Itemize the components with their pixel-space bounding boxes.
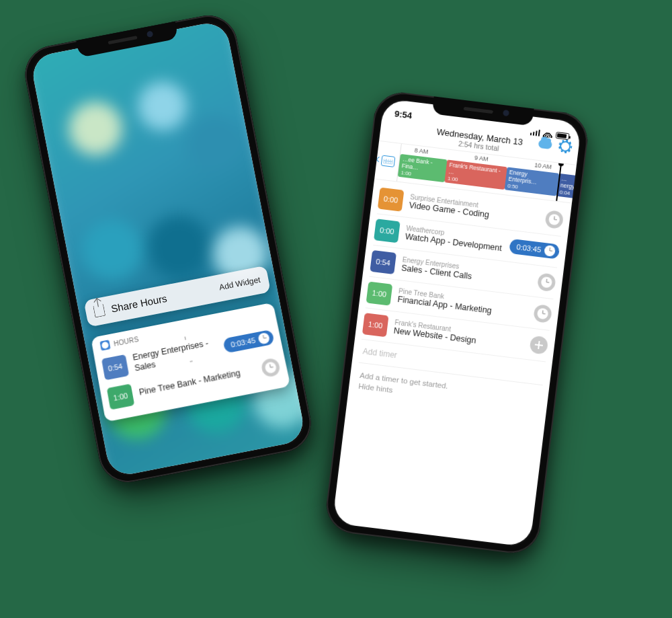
time-box: 1:00 bbox=[107, 384, 135, 410]
start-timer-button[interactable] bbox=[537, 272, 556, 292]
app-icon bbox=[99, 340, 110, 350]
status-time: 9:54 bbox=[394, 108, 413, 120]
right-screen: 9:54 Wednesday, March 13 2:54 hrs total … bbox=[332, 98, 581, 547]
start-timer-button[interactable] bbox=[544, 210, 564, 229]
running-timer-pill[interactable]: 0:03:45 bbox=[509, 239, 560, 260]
time-box: 0:54 bbox=[370, 250, 396, 274]
battery-icon bbox=[556, 132, 570, 140]
timeline-hour-label: 8 AM bbox=[414, 147, 429, 155]
timeline-block[interactable]: …ee Bank - Fina…1:00 bbox=[398, 154, 448, 182]
timeline-block[interactable]: Energy Enterpris…0:50 bbox=[505, 167, 560, 196]
timeline-hour-label: 10 AM bbox=[534, 161, 552, 170]
clock-icon bbox=[257, 332, 270, 345]
running-timer-pill[interactable]: 0:03:45 bbox=[223, 330, 275, 354]
cloud-icon[interactable] bbox=[538, 139, 552, 149]
add-widget-button[interactable]: Add Widget bbox=[218, 275, 261, 293]
start-timer-button[interactable] bbox=[533, 304, 552, 323]
timeline-hour-label: 9 AM bbox=[474, 154, 489, 162]
left-screen: Share Hours Add Widget HOURS 0:54Energy … bbox=[30, 20, 306, 478]
time-box: 0:00 bbox=[374, 219, 401, 243]
time-box: 0:00 bbox=[378, 188, 405, 212]
calendar-icon bbox=[380, 155, 395, 167]
signal-icon bbox=[530, 128, 540, 137]
add-button[interactable] bbox=[529, 336, 548, 355]
clock-icon bbox=[548, 214, 560, 226]
time-box: 1:00 bbox=[362, 313, 389, 337]
clock-icon bbox=[540, 276, 552, 288]
wifi-icon bbox=[543, 130, 553, 139]
clock-icon bbox=[544, 245, 556, 257]
clock-icon bbox=[537, 308, 549, 320]
phone-left: Share Hours Add Widget HOURS 0:54Energy … bbox=[20, 11, 316, 488]
start-timer-button[interactable] bbox=[260, 357, 281, 378]
task-list: 0:00Surprise EntertainmentVideo Game - C… bbox=[332, 179, 572, 547]
clock-icon bbox=[264, 361, 277, 374]
time-box: 1:00 bbox=[366, 282, 393, 306]
widget-app-label: HOURS bbox=[113, 335, 139, 347]
share-title: Share Hours bbox=[110, 292, 168, 314]
share-icon bbox=[93, 304, 106, 318]
time-box: 0:54 bbox=[101, 354, 129, 381]
timeline-block[interactable]: Frank's Restaurant - …1:00 bbox=[444, 159, 507, 190]
phone-right: 9:54 Wednesday, March 13 2:54 hrs total … bbox=[323, 89, 591, 556]
